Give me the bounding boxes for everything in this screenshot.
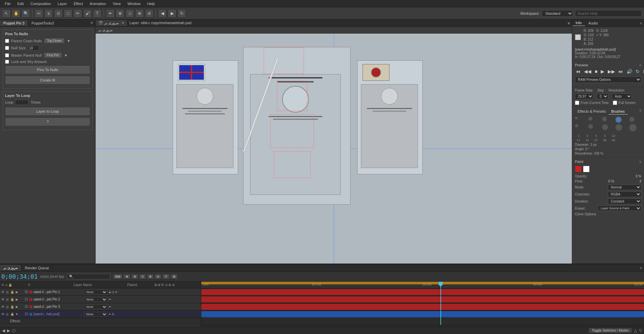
tl-playhead[interactable] <box>440 282 441 288</box>
create-ik-btn[interactable]: Create IK <box>5 76 90 85</box>
tl-btn-1[interactable]: ⊞⊞ <box>113 274 122 279</box>
layer-row-32[interactable]: 👁 ◎ 🔒 ▶ 32 saed-r/...pet Pin 3 None ✒ <box>0 303 201 311</box>
preview-stop-btn[interactable]: ■ <box>594 68 598 74</box>
menu-composition[interactable]: Composition <box>28 1 54 6</box>
hand-tool[interactable]: ✋ <box>12 9 20 18</box>
brush-3[interactable]: · <box>602 117 607 121</box>
top-down-btn[interactable]: Top Down <box>44 38 65 44</box>
zoom-tool[interactable]: 🔍 <box>21 9 30 18</box>
step-btn[interactable]: ▶ <box>168 9 176 18</box>
ram-preview-select[interactable]: RAM Preview Options <box>575 76 641 83</box>
layer-33-fx[interactable]: fx <box>112 313 114 316</box>
layer-31-pen[interactable]: ✒ <box>109 298 111 301</box>
undo-tool[interactable]: ↩ <box>35 9 43 18</box>
pen-tool-2[interactable]: ✒ <box>106 9 115 18</box>
tl-btn-4[interactable]: ⊙ <box>139 274 146 279</box>
frame-rate-select[interactable]: 29.97 <box>575 94 593 99</box>
pin-bend-tool[interactable]: ⊘ <box>145 9 154 18</box>
preview-menu[interactable]: ≡ <box>639 63 641 67</box>
layer-to-loop-btn[interactable]: Layer to Loop <box>5 107 90 116</box>
timeline-tab-render[interactable]: Render Queue <box>21 265 53 271</box>
menu-animation[interactable]: Animation <box>87 1 109 6</box>
eye-33[interactable]: 👁 <box>1 312 5 316</box>
solo-32[interactable]: ◎ <box>5 305 9 309</box>
full-screen-checkbox[interactable] <box>613 101 617 105</box>
track-bar-31[interactable] <box>201 296 644 302</box>
comp-tab-active[interactable]: 🎬 مروری بر ✕ <box>96 20 127 26</box>
menu-help[interactable]: Help <box>145 1 158 6</box>
brush-8[interactable]: · <box>602 124 608 130</box>
puppet-tool[interactable]: ⧖ <box>44 9 53 18</box>
loop-btn[interactable]: ↻ <box>177 9 186 18</box>
tl-btn-2[interactable]: ★ <box>123 274 130 279</box>
null-size-checkbox[interactable] <box>5 46 9 50</box>
timeline-time-display[interactable]: 0;00;34;01 <box>1 273 38 280</box>
selection-handle2[interactable] <box>277 81 307 111</box>
viewer[interactable]: |100 |200 |300 |400 |500 |600 |700 |800 … <box>96 34 572 264</box>
brush-9[interactable]: · <box>615 124 622 131</box>
comp-options[interactable]: ≡ <box>566 21 572 25</box>
eye-31[interactable]: 👁 <box>1 297 5 301</box>
menu-layer[interactable]: Layer <box>55 1 70 6</box>
menu-view[interactable]: View <box>110 1 123 6</box>
tf-add-btn[interactable]: ◀ <box>2 328 5 333</box>
preview-play-btn[interactable]: ▶ <box>600 68 605 74</box>
lock-30[interactable]: 🔒 <box>10 290 14 294</box>
preview-next-btn[interactable]: ▶▶ <box>607 68 616 74</box>
tl-btn-7[interactable]: ⏱ <box>162 274 170 279</box>
brush-6[interactable]: · <box>575 124 578 127</box>
layer-30-parent[interactable]: None <box>84 290 107 294</box>
layer-30-switch-2[interactable]: ◷ <box>112 290 114 294</box>
background-swatch[interactable] <box>583 166 590 172</box>
left-panel-close[interactable]: ✕ <box>88 21 95 25</box>
duration-select[interactable]: Constant <box>608 199 641 204</box>
preview-ram-btn[interactable]: ⊞ <box>642 68 644 74</box>
effects-menu[interactable]: ≡ <box>639 109 641 115</box>
eraser-tool[interactable]: ◇ <box>125 9 134 18</box>
selection-handle4[interactable] <box>274 151 311 178</box>
layer-32-pen[interactable]: ✒ <box>109 305 111 309</box>
collapse-30[interactable]: ▶ <box>15 290 19 294</box>
lock-31[interactable]: 🔒 <box>10 297 14 301</box>
pins-to-nulls-btn[interactable]: Pins To Nulls <box>5 65 90 74</box>
layer-33-pen[interactable]: ✒ <box>109 313 111 316</box>
solo-33[interactable]: ◎ <box>5 312 9 316</box>
collapse-33[interactable]: ▼ <box>15 312 19 316</box>
pen-tool[interactable]: ✏ <box>73 9 82 18</box>
null-size-input[interactable] <box>28 45 39 51</box>
tl-btn-3[interactable]: ⊕ <box>131 274 138 279</box>
channels-select[interactable]: RGBA <box>608 191 641 197</box>
layer-row-33[interactable]: 👁 ◎ 🔒 ▼ 33 [saed-r...hah.psd] None ✒ fx <box>0 311 201 318</box>
parent-chain-checkbox[interactable] <box>5 39 9 43</box>
solo-31[interactable]: ◎ <box>5 297 9 301</box>
master-parent-checkbox[interactable] <box>5 53 9 57</box>
first-pin-btn[interactable]: First Pin <box>44 52 62 58</box>
menu-window[interactable]: Window <box>125 1 143 6</box>
work-area-bar[interactable] <box>201 282 644 284</box>
preview-audio-btn[interactable]: 🔊 <box>626 68 633 74</box>
toggle-switches-btn[interactable]: Toggle Switches / Modes <box>589 328 632 333</box>
tl-btn-6[interactable]: ⊘ <box>155 274 161 279</box>
preview-last-btn[interactable]: ⏭ <box>618 68 624 74</box>
preview-loop-btn[interactable]: ↻ <box>635 68 641 74</box>
comp-tab-close[interactable]: ✕ <box>121 21 124 25</box>
menu-file[interactable]: File <box>2 1 13 6</box>
loop-input[interactable] <box>15 100 29 105</box>
play-btn[interactable]: ◀ <box>158 9 167 18</box>
audio-tab[interactable]: Audio <box>585 20 601 26</box>
collapse-32[interactable]: ▶ <box>15 305 19 309</box>
layer-30-pen[interactable]: ✒ <box>115 290 118 294</box>
track-bar-33[interactable] <box>201 311 644 317</box>
help-btn[interactable]: ? <box>5 117 90 126</box>
tf-keyframe-btn[interactable]: ⬡ <box>12 328 15 333</box>
lock-33[interactable]: 🔒 <box>10 312 14 316</box>
layer-row-30[interactable]: 👁 ◎ 🔒 ▶ 30 saed-r/...pet Pin 1 None ◈ ◷ … <box>0 288 201 296</box>
right-panel-menu[interactable]: ≡ <box>638 21 644 25</box>
tf-nav-up[interactable]: △ <box>634 328 637 333</box>
layer-31-parent[interactable]: None <box>84 297 107 302</box>
timeline-menu[interactable]: ≡ <box>638 266 644 270</box>
track-bar-30[interactable] <box>201 289 644 295</box>
from-current-time-checkbox[interactable] <box>575 101 579 105</box>
tf-expand-btn[interactable]: ▶ <box>7 328 10 333</box>
stamp-tool[interactable]: ⊕ <box>116 9 124 18</box>
